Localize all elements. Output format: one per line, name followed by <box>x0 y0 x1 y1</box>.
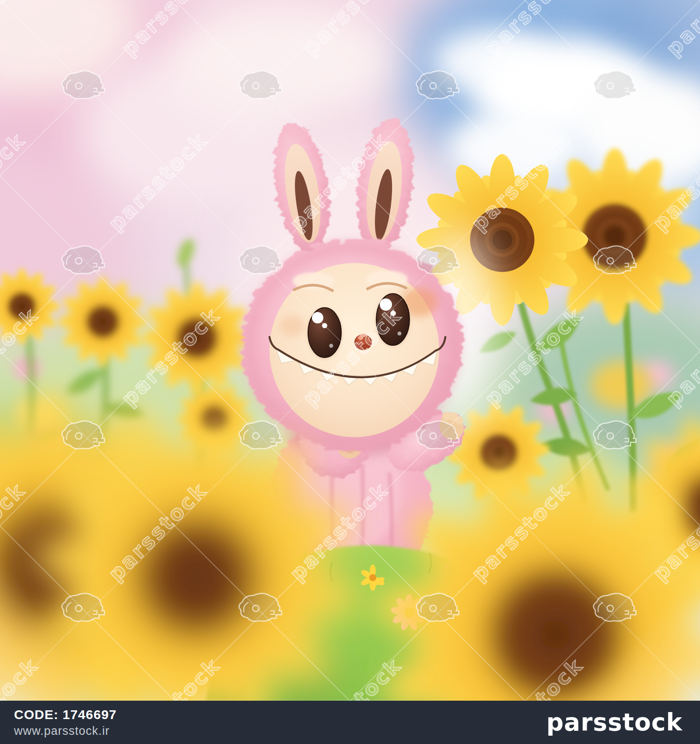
scene-svg <box>0 0 700 701</box>
vignette <box>0 0 700 701</box>
stock-photo-preview: parsstockparsstockparsstockparsstockpars… <box>0 0 700 744</box>
image-code: CODE: 1746697 <box>14 707 117 722</box>
website-url: www.parsstock.ir <box>14 725 117 738</box>
bar-left: CODE: 1746697 www.parsstock.ir <box>14 707 117 738</box>
photo-scene <box>0 0 700 701</box>
parsstock-logo: parsstock <box>546 710 682 734</box>
bottom-bar: CODE: 1746697 www.parsstock.ir parsstock <box>0 701 700 744</box>
